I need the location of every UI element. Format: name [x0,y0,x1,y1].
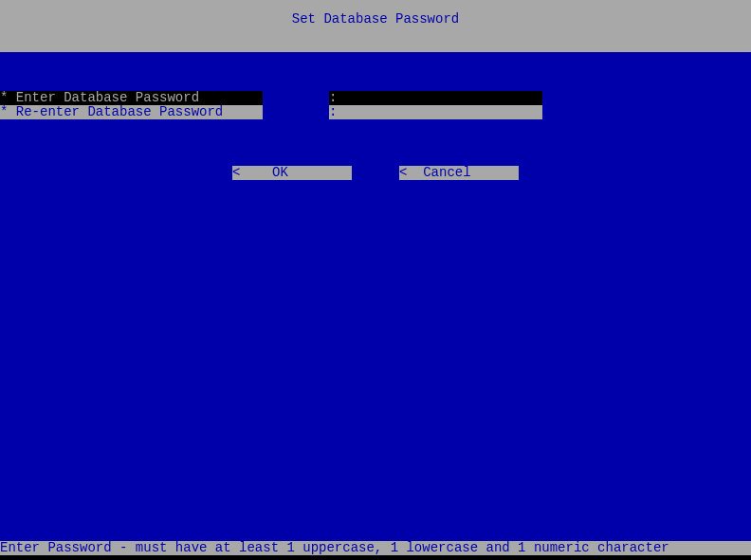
spacer [263,105,329,119]
enter-password-input[interactable] [339,91,542,105]
reenter-password-label: * Re-enter Database Password [0,105,263,119]
cancel-button[interactable]: < Cancel > [399,166,519,180]
spacer [263,91,329,105]
enter-password-label: * Enter Database Password [0,91,263,105]
colon: : [329,91,339,105]
main-panel: * Enter Database Password : * Re-enter D… [0,52,751,541]
enter-password-row[interactable]: * Enter Database Password : [0,91,751,105]
status-hint: Enter Password - must have at least 1 up… [0,540,669,555]
status-bar: Enter Password - must have at least 1 up… [0,541,751,555]
colon: : [329,105,339,119]
reenter-password-row[interactable]: * Re-enter Database Password : [0,105,751,119]
button-row: < OK > < Cancel > [0,166,751,180]
page-title: Set Database Password [292,11,459,27]
form-area: * Enter Database Password : * Re-enter D… [0,52,751,119]
reenter-password-input[interactable] [339,105,542,119]
header-bar: Set Database Password [0,0,751,52]
bottom-border [0,555,751,560]
ok-button[interactable]: < OK > [232,166,352,180]
